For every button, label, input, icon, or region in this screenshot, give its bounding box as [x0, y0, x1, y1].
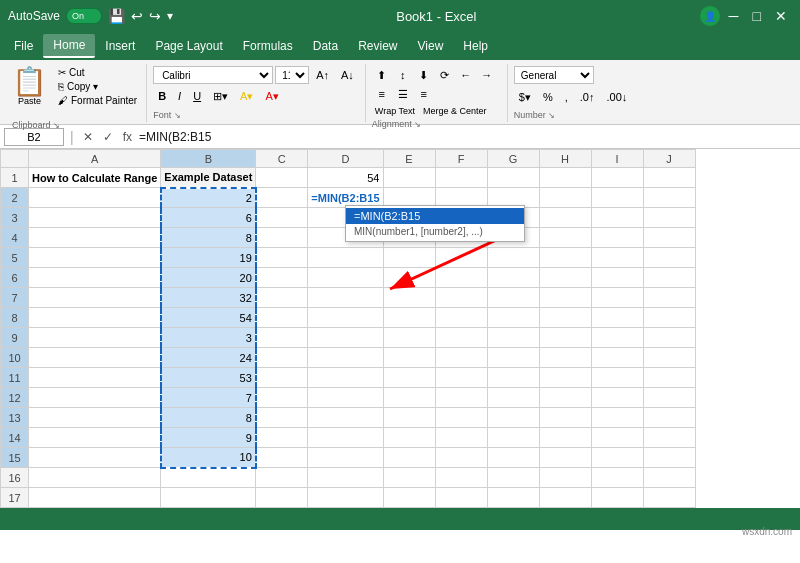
cell-E8[interactable]: [383, 308, 435, 328]
cell-I15[interactable]: [591, 448, 643, 468]
cell-A6[interactable]: [29, 268, 161, 288]
cell-A8[interactable]: [29, 308, 161, 328]
cell-H7[interactable]: [539, 288, 591, 308]
cell-C1[interactable]: [256, 168, 308, 188]
autosave-toggle[interactable]: On: [66, 8, 102, 24]
cell-J1[interactable]: [643, 168, 695, 188]
cell-B14[interactable]: 9: [161, 428, 256, 448]
cell-F16[interactable]: [435, 468, 487, 488]
menu-file[interactable]: File: [4, 35, 43, 57]
save-icon[interactable]: 💾: [108, 8, 125, 24]
cell-H2[interactable]: [539, 188, 591, 208]
cell-H4[interactable]: [539, 228, 591, 248]
cell-F15[interactable]: [435, 448, 487, 468]
underline-button[interactable]: U: [188, 87, 206, 105]
cell-A4[interactable]: [29, 228, 161, 248]
cell-D1[interactable]: 54: [308, 168, 383, 188]
cell-F9[interactable]: [435, 328, 487, 348]
cell-A2[interactable]: [29, 188, 161, 208]
cell-I12[interactable]: [591, 388, 643, 408]
cell-J14[interactable]: [643, 428, 695, 448]
cell-E1[interactable]: [383, 168, 435, 188]
cell-C17[interactable]: [256, 488, 308, 508]
menu-insert[interactable]: Insert: [95, 35, 145, 57]
cell-C16[interactable]: [256, 468, 308, 488]
menu-home[interactable]: Home: [43, 34, 95, 58]
cell-H14[interactable]: [539, 428, 591, 448]
cell-A1[interactable]: How to Calculate Range: [29, 168, 161, 188]
cell-C13[interactable]: [256, 408, 308, 428]
cell-D10[interactable]: [308, 348, 383, 368]
cell-F5[interactable]: [435, 248, 487, 268]
col-header-H[interactable]: H: [539, 150, 591, 168]
cell-H10[interactable]: [539, 348, 591, 368]
confirm-icon[interactable]: ✓: [100, 130, 116, 144]
cell-J7[interactable]: [643, 288, 695, 308]
cell-I7[interactable]: [591, 288, 643, 308]
col-header-A[interactable]: A: [29, 150, 161, 168]
cell-H15[interactable]: [539, 448, 591, 468]
cell-C7[interactable]: [256, 288, 308, 308]
cell-E13[interactable]: [383, 408, 435, 428]
col-header-G[interactable]: G: [487, 150, 539, 168]
cell-I10[interactable]: [591, 348, 643, 368]
cell-B13[interactable]: 8: [161, 408, 256, 428]
align-top-btn[interactable]: ⬆: [372, 66, 392, 84]
cell-E12[interactable]: [383, 388, 435, 408]
cell-A14[interactable]: [29, 428, 161, 448]
close-icon[interactable]: ✕: [770, 6, 792, 26]
italic-button[interactable]: I: [173, 87, 186, 105]
cell-J8[interactable]: [643, 308, 695, 328]
wrap-text-button[interactable]: Wrap Text: [372, 104, 418, 118]
cell-D14[interactable]: [308, 428, 383, 448]
increase-font-btn[interactable]: A↑: [311, 66, 334, 84]
cell-E11[interactable]: [383, 368, 435, 388]
cell-H6[interactable]: [539, 268, 591, 288]
cell-H16[interactable]: [539, 468, 591, 488]
cell-D12[interactable]: [308, 388, 383, 408]
cell-J11[interactable]: [643, 368, 695, 388]
menu-page-layout[interactable]: Page Layout: [145, 35, 232, 57]
cell-I11[interactable]: [591, 368, 643, 388]
font-size-dropdown[interactable]: 11: [275, 66, 309, 84]
cell-E9[interactable]: [383, 328, 435, 348]
increase-decimal-button[interactable]: .0↑: [575, 88, 600, 106]
col-header-E[interactable]: E: [383, 150, 435, 168]
undo-icon[interactable]: ↩: [131, 8, 143, 24]
cell-H12[interactable]: [539, 388, 591, 408]
decrease-decimal-button[interactable]: .00↓: [601, 88, 632, 106]
indent-increase-btn[interactable]: →: [477, 66, 497, 84]
minimize-icon[interactable]: ─: [724, 6, 744, 26]
merge-center-button[interactable]: Merge & Center: [420, 104, 490, 118]
cell-G12[interactable]: [487, 388, 539, 408]
cell-A7[interactable]: [29, 288, 161, 308]
cell-D7[interactable]: [308, 288, 383, 308]
cell-E7[interactable]: [383, 288, 435, 308]
cell-B15[interactable]: 10: [161, 448, 256, 468]
cell-H3[interactable]: [539, 208, 591, 228]
cell-D8[interactable]: [308, 308, 383, 328]
cell-D15[interactable]: [308, 448, 383, 468]
cell-C12[interactable]: [256, 388, 308, 408]
col-header-J[interactable]: J: [643, 150, 695, 168]
cell-C11[interactable]: [256, 368, 308, 388]
cell-J13[interactable]: [643, 408, 695, 428]
cell-F8[interactable]: [435, 308, 487, 328]
cell-I14[interactable]: [591, 428, 643, 448]
cell-F7[interactable]: [435, 288, 487, 308]
align-left-btn[interactable]: ≡: [372, 85, 392, 103]
cell-J4[interactable]: [643, 228, 695, 248]
cell-E10[interactable]: [383, 348, 435, 368]
cell-C4[interactable]: [256, 228, 308, 248]
cell-D11[interactable]: [308, 368, 383, 388]
col-header-F[interactable]: F: [435, 150, 487, 168]
cell-B16[interactable]: [161, 468, 256, 488]
col-header-C[interactable]: C: [256, 150, 308, 168]
cell-G11[interactable]: [487, 368, 539, 388]
cell-G8[interactable]: [487, 308, 539, 328]
maximize-icon[interactable]: □: [748, 6, 766, 26]
menu-view[interactable]: View: [408, 35, 454, 57]
cell-D5[interactable]: [308, 248, 383, 268]
cell-C9[interactable]: [256, 328, 308, 348]
cell-I4[interactable]: [591, 228, 643, 248]
